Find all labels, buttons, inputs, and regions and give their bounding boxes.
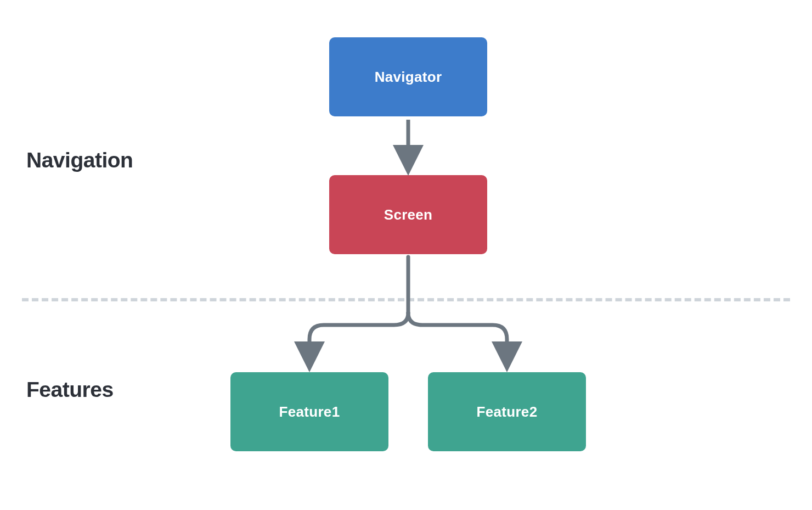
- node-screen-label: Screen: [384, 206, 433, 223]
- node-navigator-label: Navigator: [375, 69, 442, 86]
- node-feature2: Feature2: [428, 372, 586, 451]
- node-feature1: Feature1: [230, 372, 388, 451]
- node-feature1-label: Feature1: [279, 403, 340, 421]
- node-navigator: Navigator: [329, 37, 487, 116]
- section-divider: [22, 298, 790, 301]
- edge-screen-feature1: [309, 313, 408, 365]
- section-label-features: Features: [26, 378, 114, 402]
- node-screen: Screen: [329, 175, 487, 254]
- edge-screen-feature2: [408, 313, 507, 365]
- node-feature2-label: Feature2: [477, 403, 538, 421]
- section-label-navigation: Navigation: [26, 148, 133, 172]
